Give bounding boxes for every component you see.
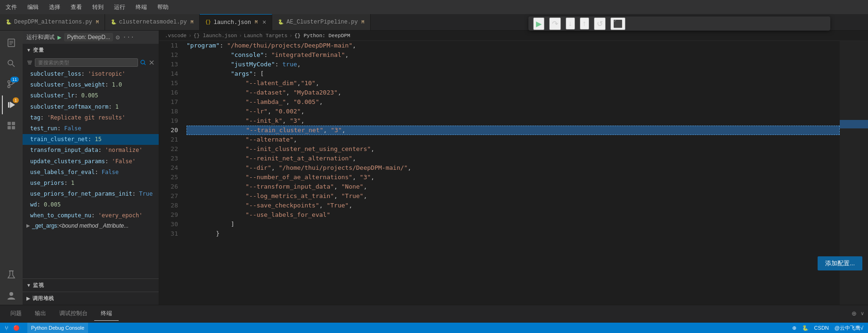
close-search-icon[interactable] bbox=[148, 59, 155, 66]
code-line-24: "--dir", "/home/thui/projects/DeepDPM-ma… bbox=[187, 163, 840, 173]
var-wd[interactable]: wd: 0.005 bbox=[23, 199, 159, 210]
editor-content: 11 12 13 14 15 16 17 18 19 20 21 22 23 2… bbox=[159, 41, 868, 305]
panel-more-icon[interactable]: ∨ bbox=[860, 310, 864, 317]
debug-toolbar: 运行和调试 ▶ Python: DeepD... ⚙ ··· bbox=[23, 31, 159, 44]
python-icon: 🐍 bbox=[278, 19, 284, 25]
line-15: 15 bbox=[165, 79, 178, 88]
menu-file[interactable]: 文件 bbox=[4, 2, 19, 12]
menu-view[interactable]: 查看 bbox=[69, 2, 84, 12]
panel-tab-problems[interactable]: 问题 bbox=[4, 307, 28, 320]
modified-badge: M bbox=[96, 20, 99, 25]
line-24: 24 bbox=[165, 163, 178, 173]
var-use-priors-for-net[interactable]: use_priors_for_net_params_init: True bbox=[23, 189, 159, 199]
title-bar: 文件 编辑 选择 查看 转到 运行 终端 帮助 bbox=[0, 0, 868, 14]
line-31: 31 bbox=[165, 229, 178, 238]
menu-help[interactable]: 帮助 bbox=[155, 2, 170, 12]
watch-chevron: ▼ bbox=[26, 283, 31, 288]
files-icon bbox=[6, 38, 16, 48]
callstack-label: 调用堆栈 bbox=[32, 295, 54, 302]
breadcrumb-current[interactable]: {} Python: DeepDPM bbox=[294, 33, 350, 39]
var-subcluster-softmax-norm[interactable]: subcluster_softmax_norm: 1 bbox=[23, 102, 159, 112]
code-view[interactable]: "program": "/home/thui/projects/DeepDPM-… bbox=[182, 41, 840, 305]
menu-run[interactable]: 运行 bbox=[112, 2, 127, 12]
menu-goto[interactable]: 转到 bbox=[90, 2, 105, 12]
tab-ae-cluster[interactable]: 🐍 AE_ClusterPipeline.py M bbox=[272, 14, 370, 31]
watch-header[interactable]: ▼ 监视 bbox=[23, 279, 159, 292]
line-19: 19 bbox=[165, 116, 178, 126]
panel-tab-output[interactable]: 输出 bbox=[28, 307, 53, 320]
panel-tab-terminal[interactable]: 终端 bbox=[94, 307, 119, 321]
variable-search-input[interactable] bbox=[35, 58, 138, 67]
panel-right-actions: ⊕ ∨ bbox=[852, 310, 864, 317]
add-terminal-icon[interactable]: ⊕ bbox=[852, 310, 857, 317]
continue-button[interactable]: ▶ bbox=[533, 17, 544, 30]
line-23: 23 bbox=[165, 154, 178, 163]
python-debug-console-status[interactable]: Python Debug Console bbox=[27, 323, 88, 333]
step-into-button[interactable]: ↓ bbox=[566, 17, 575, 30]
search-icon bbox=[6, 58, 16, 69]
status-csdn: CSDN bbox=[814, 325, 829, 331]
debug-controls-toolbar: ▶ ↷ ↓ ↑ ↺ ⬛ bbox=[528, 16, 831, 31]
restart-button[interactable]: ↺ bbox=[594, 17, 606, 30]
close-tab-button[interactable]: × bbox=[262, 19, 266, 26]
breadcrumb-launch[interactable]: {} launch.json bbox=[194, 33, 237, 39]
var-use-priors[interactable]: use_priors: 1 bbox=[23, 178, 159, 189]
panel-tab-debug-console[interactable]: 调试控制台 bbox=[53, 307, 94, 320]
status-add-icon[interactable]: ⊕ bbox=[792, 325, 796, 331]
code-line-20[interactable]: "--train_cluster_net", "3", bbox=[187, 126, 840, 135]
activity-bar: 11 1 bbox=[0, 31, 23, 305]
variables-section: ▼ 变量 bbox=[23, 44, 159, 278]
tab-launch-json[interactable]: {} launch.json M × bbox=[200, 14, 273, 31]
var-train-cluster-net[interactable]: train_cluster_net: 15 bbox=[23, 134, 159, 145]
var-when-to-compute-nu[interactable]: when_to_compute_nu: 'every_epoch' bbox=[23, 210, 159, 221]
activity-explorer[interactable] bbox=[2, 33, 21, 52]
debug-settings-button[interactable]: ⚙ bbox=[116, 33, 120, 41]
svg-rect-12 bbox=[8, 122, 11, 125]
var-test-run[interactable]: test_run: False bbox=[23, 123, 159, 134]
var-transform-input-data[interactable]: transform_input_data: 'normalize' bbox=[23, 145, 159, 156]
tab-deepdpm[interactable]: 🐍 DeepDPM_alternations.py M bbox=[0, 14, 105, 31]
activity-run-debug[interactable]: 1 bbox=[2, 95, 21, 114]
debug-more-button[interactable]: ··· bbox=[122, 33, 134, 41]
activity-search[interactable] bbox=[2, 54, 21, 73]
menu-terminal[interactable]: 终端 bbox=[134, 2, 149, 12]
var-update-clusters-params[interactable]: update_clusters_params: 'False' bbox=[23, 156, 159, 167]
menu-select[interactable]: 选择 bbox=[47, 2, 62, 12]
add-config-button[interactable]: 添加配置... bbox=[818, 256, 862, 270]
code-line-17: "--lambda_", "0.005", bbox=[187, 97, 840, 107]
filter-icon bbox=[26, 59, 33, 66]
line-27: 27 bbox=[165, 191, 178, 201]
menu-bar: 文件 编辑 选择 查看 转到 运行 终端 帮助 bbox=[4, 2, 170, 12]
tab-clustermodel[interactable]: 🐍 clusternetasmodel.py M bbox=[105, 14, 200, 31]
activity-test[interactable] bbox=[2, 265, 21, 284]
activity-extensions[interactable] bbox=[2, 116, 21, 135]
line-30: 30 bbox=[165, 220, 178, 229]
start-debug-button[interactable]: ▶ bbox=[57, 33, 61, 41]
var-use-labels-for-eval[interactable]: use_labels_for_eval: False bbox=[23, 167, 159, 178]
breadcrumb-targets[interactable]: Launch Targets bbox=[244, 33, 287, 39]
step-over-button[interactable]: ↷ bbox=[549, 17, 561, 30]
svg-point-21 bbox=[141, 60, 145, 64]
status-bar: ⑂ 🔴 Python Debug Console ⊕ 🐍 CSDN @云中飞鹰√ bbox=[0, 323, 868, 333]
breadcrumb-vscode[interactable]: .vscode bbox=[165, 33, 187, 39]
var-subcluster-loss[interactable]: subcluster_loss: 'isotropic' bbox=[23, 69, 159, 79]
var-get-args[interactable]: ▶ _get_args: <bound method _Attribute... bbox=[23, 222, 159, 230]
variables-header[interactable]: ▼ 变量 bbox=[23, 44, 159, 56]
menu-edit[interactable]: 编辑 bbox=[25, 2, 41, 12]
variable-search-bar bbox=[23, 56, 159, 69]
activity-source-control[interactable]: 11 bbox=[2, 75, 21, 94]
var-subcluster-lr[interactable]: subcluster_lr: 0.005 bbox=[23, 90, 159, 101]
line-16: 16 bbox=[165, 88, 178, 97]
sidebar: 运行和调试 ▶ Python: DeepD... ⚙ ··· ▼ 变量 bbox=[23, 31, 159, 305]
debug-config-selector[interactable]: Python: DeepD... bbox=[64, 33, 113, 41]
activity-account[interactable] bbox=[2, 286, 21, 305]
code-line-29: "--use_labels_for_eval" bbox=[187, 210, 840, 220]
run-debug-label: 运行和调试 bbox=[26, 33, 55, 41]
step-out-button[interactable]: ↑ bbox=[580, 17, 589, 30]
callstack-header[interactable]: ▶ 调用堆栈 bbox=[23, 292, 159, 305]
code-line-27: "--log_metrics_at_train", "True", bbox=[187, 191, 840, 201]
var-subcluster-loss-weight[interactable]: subcluster_loss_weight: 1.0 bbox=[23, 79, 159, 90]
stop-button[interactable]: ⬛ bbox=[610, 17, 625, 30]
var-tag[interactable]: tag: 'Replicate git results' bbox=[23, 112, 159, 123]
line-29: 29 bbox=[165, 210, 178, 220]
